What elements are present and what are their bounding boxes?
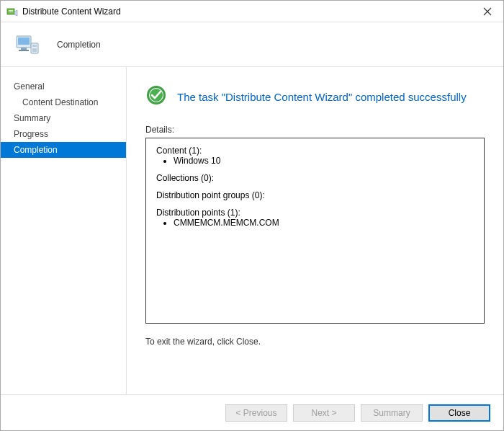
sidebar: General Content Destination Summary Prog… <box>1 67 127 394</box>
details-label: Details: <box>145 125 485 135</box>
button-bar: < Previous Next > Summary Close <box>1 394 503 430</box>
details-group-title: Distribution point groups (0): <box>156 190 474 200</box>
next-button: Next > <box>293 404 355 422</box>
svg-rect-2 <box>9 12 13 12</box>
details-group-item: Windows 10 <box>174 156 474 166</box>
details-group: Content (1):Windows 10 <box>156 146 474 166</box>
details-group-title: Content (1): <box>156 146 474 156</box>
details-group: Distribution points (1):CMMEMCM.MEMCM.CO… <box>156 208 474 228</box>
body: General Content Destination Summary Prog… <box>1 67 503 394</box>
details-group-list: Windows 10 <box>156 156 474 166</box>
wizard-icon <box>14 30 42 59</box>
details-group-item: CMMEMCM.MEMCM.COM <box>174 218 474 228</box>
sidebar-item-content-destination[interactable]: Content Destination <box>1 94 126 110</box>
summary-button: Summary <box>361 404 423 422</box>
status-message: The task "Distribute Content Wizard" com… <box>177 91 467 103</box>
details-group-title: Collections (0): <box>156 173 474 183</box>
svg-rect-9 <box>32 48 37 52</box>
close-window-button[interactable] <box>471 1 503 22</box>
svg-rect-6 <box>19 50 29 51</box>
app-icon <box>6 6 18 17</box>
status-row: The task "Distribute Content Wizard" com… <box>145 84 485 109</box>
svg-rect-5 <box>21 48 27 50</box>
banner-title: Completion <box>57 40 101 50</box>
svg-rect-1 <box>9 10 13 11</box>
sidebar-item-summary[interactable]: Summary <box>1 110 126 126</box>
sidebar-item-completion[interactable]: Completion <box>1 142 126 158</box>
details-group: Distribution point groups (0): <box>156 190 474 200</box>
svg-rect-4 <box>18 37 30 45</box>
details-group-list: CMMEMCM.MEMCM.COM <box>156 218 474 228</box>
previous-button: < Previous <box>225 404 287 422</box>
success-icon <box>145 84 167 109</box>
banner: Completion <box>1 22 503 67</box>
close-icon <box>483 7 492 16</box>
details-box: Content (1):Windows 10Collections (0):Di… <box>145 138 485 324</box>
window-title: Distribute Content Wizard <box>22 6 471 17</box>
svg-rect-8 <box>32 45 37 47</box>
footer-note: To exit the wizard, click Close. <box>145 337 485 347</box>
sidebar-item-general[interactable]: General <box>1 79 126 94</box>
details-group: Collections (0): <box>156 173 474 183</box>
close-button[interactable]: Close <box>428 404 490 422</box>
sidebar-item-progress[interactable]: Progress <box>1 126 126 142</box>
title-bar: Distribute Content Wizard <box>1 1 503 22</box>
content-panel: The task "Distribute Content Wizard" com… <box>127 67 503 394</box>
details-group-title: Distribution points (1): <box>156 208 474 218</box>
